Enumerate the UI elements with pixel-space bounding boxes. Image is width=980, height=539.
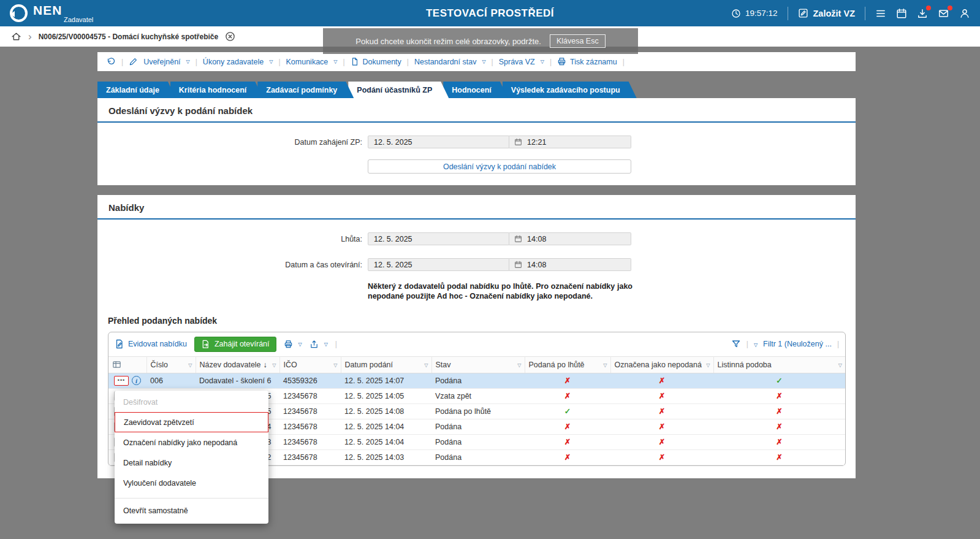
check-icon: ✓ bbox=[776, 377, 782, 385]
menu-item-detail-nabidky[interactable]: Detail nabídky bbox=[115, 453, 268, 473]
table-row[interactable]: 006 Dodavatel - školení 6 45359326 12. 5… bbox=[108, 373, 845, 388]
column-filter-icon[interactable]: ▽ bbox=[333, 362, 337, 367]
filter-dropdown-icon[interactable] bbox=[754, 340, 758, 348]
printer-icon bbox=[557, 57, 566, 66]
menu-komunikace[interactable]: Komunikace bbox=[286, 58, 338, 66]
column-datum-podani[interactable]: Datum podání▽ bbox=[341, 356, 431, 373]
check-icon: ✓ bbox=[564, 407, 571, 416]
time-input-oteviranı[interactable]: 14:08 bbox=[509, 258, 631, 271]
menu-item-otevrit-samostatne[interactable]: Otevřít samostatně bbox=[115, 500, 268, 521]
tab-zadavaci-podminky[interactable]: Zadávací podmínky bbox=[257, 82, 354, 98]
column-filter-icon[interactable]: ▽ bbox=[603, 362, 607, 367]
menu-sprava-vz[interactable]: Správa VZ bbox=[499, 58, 544, 66]
tab-vysledek-zadavaciho-postupu[interactable]: Výsledek zadávacího postupu bbox=[503, 82, 637, 98]
topbar-divider bbox=[865, 7, 865, 20]
menu-uverejneni[interactable]: Uveřejnění bbox=[143, 58, 190, 66]
toolbar-separator bbox=[746, 340, 748, 348]
register-offer-icon bbox=[115, 339, 124, 349]
odeslani-vyzvy-button[interactable]: Odeslání výzvy k podání nabídek bbox=[368, 159, 631, 174]
downloads-button[interactable] bbox=[917, 8, 928, 19]
menu-item-zaevidovat-zpetvzeti[interactable]: Zaevidovat zpětvzetí bbox=[115, 412, 268, 432]
column-ico[interactable]: IČO▽ bbox=[279, 356, 341, 373]
undo-icon bbox=[106, 57, 116, 67]
toolbar-separator bbox=[837, 340, 839, 348]
form-row: Lhůta: 12. 5. 2025 14:08 bbox=[97, 232, 856, 245]
column-filter-icon[interactable]: ▽ bbox=[188, 362, 192, 367]
column-filter-icon[interactable]: ▽ bbox=[838, 362, 842, 367]
chevron-right-icon bbox=[28, 31, 32, 43]
main-menu-button[interactable] bbox=[875, 8, 886, 19]
column-filter-icon[interactable]: ▽ bbox=[517, 362, 521, 367]
column-nazev-dodavatele[interactable]: Název dodavatele↓▽ bbox=[196, 356, 279, 373]
toolbar-separator bbox=[278, 58, 280, 66]
filter-funnel-icon[interactable] bbox=[731, 339, 741, 349]
cross-icon: ✗ bbox=[659, 407, 665, 416]
column-filter-icon[interactable]: ▽ bbox=[424, 362, 428, 367]
menu-item-oznaceni-nepodana[interactable]: Označení nabídky jako nepodaná bbox=[115, 432, 268, 453]
time-input-lhuta[interactable]: 14:08 bbox=[509, 232, 631, 245]
tab-hodnoceni[interactable]: Hodnocení bbox=[443, 82, 508, 98]
toolbar-separator bbox=[196, 58, 197, 66]
cross-icon: ✗ bbox=[564, 377, 571, 385]
date-input-lhuta[interactable]: 12. 5. 2025 bbox=[368, 232, 509, 245]
esc-key-hint: Klávesa Esc bbox=[550, 34, 606, 48]
date-input-oteviranı[interactable]: 12. 5. 2025 bbox=[368, 258, 509, 271]
column-podana-po-lhute[interactable]: Podaná po lhůtě▽ bbox=[525, 356, 610, 373]
toolbar-separator bbox=[623, 58, 625, 66]
info-icon[interactable] bbox=[132, 376, 141, 385]
cross-icon: ✗ bbox=[776, 438, 782, 446]
edit-button[interactable] bbox=[129, 57, 138, 66]
home-icon[interactable] bbox=[11, 31, 21, 42]
nen-logo[interactable]: NEN Zadavatel bbox=[10, 4, 62, 23]
active-filter-label[interactable]: Filtr 1 (Neuložený ... bbox=[763, 340, 832, 348]
tab-podani-ucastniku-zp[interactable]: Podání účastníků ZP bbox=[348, 82, 449, 98]
menu-ukony-zadavatele[interactable]: Úkony zadavatele bbox=[203, 58, 273, 66]
zahajit-otevirani-button[interactable]: Zahájit otevírání bbox=[194, 337, 276, 352]
column-listinna-podoba[interactable]: Listinná podoba▽ bbox=[713, 356, 845, 373]
form-row: Datum zahájení ZP: 12. 5. 2025 12:21 bbox=[97, 136, 856, 148]
create-vz-button[interactable]: Založit VZ bbox=[798, 8, 855, 18]
column-cislo[interactable]: Číslo▽ bbox=[146, 356, 196, 373]
grid-print-button[interactable] bbox=[284, 340, 302, 349]
pencil-square-icon bbox=[798, 8, 808, 18]
menu-dokumenty[interactable]: Dokumenty bbox=[351, 57, 401, 66]
breadcrumb-record[interactable]: N006/25/V00004575 - Domácí kuchyňské spo… bbox=[39, 32, 219, 41]
tab-zakladni-udaje[interactable]: Základní údaje bbox=[97, 82, 176, 98]
close-record-icon[interactable] bbox=[225, 31, 235, 42]
toolbar-separator bbox=[407, 58, 409, 66]
record-toolbar: Uveřejnění Úkony zadavatele Komunikace D… bbox=[97, 52, 856, 71]
cross-icon: ✗ bbox=[659, 392, 665, 400]
calendar-icon bbox=[896, 8, 907, 19]
field-label-datum-zahajeni: Datum zahájení ZP: bbox=[97, 138, 368, 147]
sort-desc-icon: ↓ bbox=[264, 361, 267, 369]
calendar-icon bbox=[514, 261, 522, 269]
grid-filter-area: Filtr 1 (Neuložený ... bbox=[731, 339, 839, 349]
toolbar-separator bbox=[550, 58, 552, 66]
open-offers-icon bbox=[201, 340, 210, 349]
field-label-lhuta: Lhůta: bbox=[97, 235, 368, 243]
table-header-row: Číslo▽ Název dodavatele↓▽ IČO▽ Datum pod… bbox=[108, 356, 845, 373]
column-stav[interactable]: Stav▽ bbox=[431, 356, 525, 373]
menu-tisk-zaznamu[interactable]: Tisk záznamu bbox=[557, 57, 617, 66]
cross-icon: ✗ bbox=[776, 422, 782, 431]
column-filter-icon[interactable]: ▽ bbox=[272, 362, 276, 367]
user-profile-button[interactable] bbox=[959, 8, 970, 19]
column-settings-header[interactable] bbox=[108, 356, 146, 373]
calendar-button[interactable] bbox=[896, 8, 907, 19]
section-title: Odeslání výzvy k podání nabídek bbox=[97, 98, 856, 123]
menu-item-vylouceni-dodavatele[interactable]: Vyloučení dodavatele bbox=[115, 473, 268, 493]
undo-button[interactable] bbox=[106, 57, 116, 67]
messages-button[interactable] bbox=[938, 8, 949, 19]
grid-export-button[interactable] bbox=[310, 340, 328, 349]
column-oznacena-jako-nepodana[interactable]: Označena jako nepodaná▽ bbox=[610, 356, 713, 373]
column-filter-icon[interactable]: ▽ bbox=[706, 362, 710, 367]
toolbar-separator bbox=[343, 58, 344, 66]
tab-kriteria-hodnoceni[interactable]: Kritéria hodnocení bbox=[170, 82, 263, 98]
row-menu-button[interactable] bbox=[114, 376, 129, 386]
cross-icon: ✗ bbox=[659, 377, 665, 385]
cross-icon: ✗ bbox=[564, 438, 571, 446]
time-input-zahajeni[interactable]: 12:21 bbox=[509, 136, 631, 148]
date-input-zahajeni[interactable]: 12. 5. 2025 bbox=[368, 136, 509, 148]
menu-nestandardni-stav[interactable]: Nestandardní stav bbox=[414, 58, 486, 66]
evidovat-nabidku-button[interactable]: Evidovat nabídku bbox=[115, 339, 187, 349]
